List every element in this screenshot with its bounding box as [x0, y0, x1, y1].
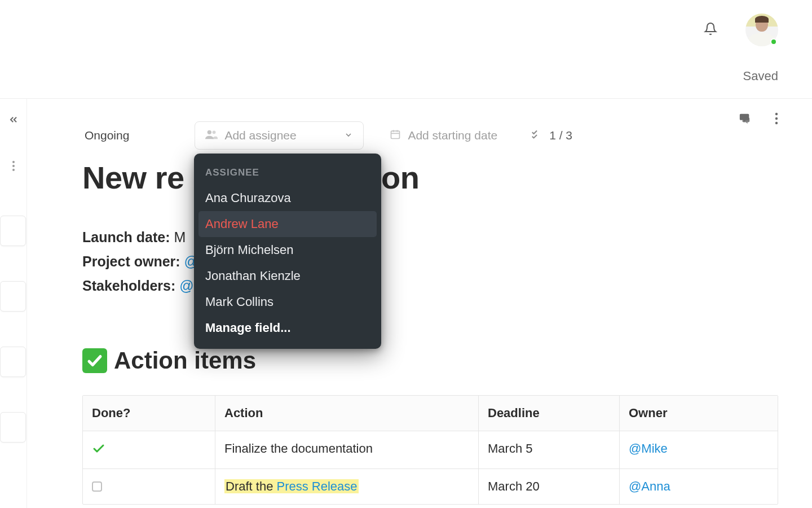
notification-bell-icon[interactable] — [704, 22, 717, 38]
cell-done[interactable] — [83, 469, 215, 504]
svg-point-3 — [208, 130, 211, 134]
online-status-dot — [770, 38, 777, 45]
cell-action[interactable]: Finalize the documentation — [215, 431, 479, 468]
assignee-placeholder: Add assignee — [224, 129, 296, 142]
table-row: Finalize the documentation March 5 @Mike — [83, 431, 778, 469]
people-icon — [205, 129, 218, 142]
column-header-done[interactable]: Done? — [83, 396, 215, 431]
cell-done[interactable] — [83, 431, 215, 468]
assignee-dropdown: ASSIGNEE Ana Churazova Andrew Lane Björn… — [194, 154, 381, 349]
calendar-icon — [390, 129, 401, 143]
checklist-progress[interactable]: 1 / 3 — [531, 129, 572, 142]
document-meta-row: Ongoing Add assignee — [85, 121, 778, 150]
action-link[interactable]: Press Release — [276, 479, 357, 493]
assignee-option[interactable]: Björn Michelsen — [198, 237, 377, 263]
section-heading-text: Action items — [114, 347, 256, 374]
sidebar-page-thumbnails — [0, 216, 26, 443]
stakeholders-label: Stakeholders: — [82, 278, 175, 294]
cell-deadline[interactable]: March 5 — [479, 431, 620, 468]
svg-rect-5 — [391, 131, 400, 138]
chevron-down-icon — [344, 129, 353, 142]
stakeholders-mention[interactable]: @ — [179, 278, 193, 294]
assignee-field[interactable]: Add assignee — [195, 121, 364, 150]
cell-owner[interactable]: @Anna — [620, 469, 778, 504]
date-placeholder: Add starting date — [408, 129, 497, 142]
svg-point-8 — [775, 122, 778, 124]
column-header-deadline[interactable]: Deadline — [479, 396, 620, 431]
cell-deadline[interactable]: March 20 — [479, 469, 620, 504]
svg-point-0 — [12, 161, 15, 163]
checkbox-empty-icon[interactable] — [92, 481, 102, 492]
collapse-sidebar-button[interactable] — [8, 114, 19, 128]
top-bar — [0, 0, 812, 59]
user-avatar[interactable] — [745, 14, 778, 46]
assignee-option[interactable]: Mark Collins — [198, 289, 377, 315]
page-thumbnail[interactable] — [0, 216, 26, 246]
assignee-option[interactable]: Jonathan Kienzle — [198, 263, 377, 289]
manage-field-option[interactable]: Manage field... — [198, 315, 377, 341]
checkmark-icon — [92, 441, 105, 458]
document-details: Launch date: M Project owner: @ Stakehol… — [82, 229, 198, 294]
owner-mention[interactable]: @Anna — [629, 479, 670, 493]
more-options-icon[interactable] — [12, 160, 15, 174]
stakeholders-line[interactable]: Stakeholders: @ — [82, 278, 198, 294]
action-prefix: Draft the — [226, 479, 276, 493]
launch-date-label: Launch date: — [82, 229, 170, 245]
table-row: Draft the Press Release March 20 @Anna — [83, 469, 778, 504]
save-status: Saved — [743, 69, 778, 84]
page-thumbnail[interactable] — [0, 347, 26, 377]
launch-date-line[interactable]: Launch date: M — [82, 229, 198, 246]
page-thumbnail[interactable] — [0, 281, 26, 312]
svg-point-7 — [775, 117, 778, 120]
starting-date-field[interactable]: Add starting date — [390, 129, 497, 143]
project-owner-line[interactable]: Project owner: @ — [82, 253, 198, 270]
divider — [0, 98, 812, 99]
assignee-option[interactable]: Andrew Lane — [198, 211, 377, 237]
comments-icon[interactable] — [739, 112, 751, 127]
dropdown-header: ASSIGNEE — [198, 164, 377, 185]
launch-date-value: M — [174, 229, 186, 245]
owner-mention[interactable]: @Mike — [629, 441, 668, 456]
svg-point-6 — [775, 113, 778, 115]
svg-point-1 — [12, 165, 15, 167]
assignee-option[interactable]: Ana Churazova — [198, 185, 377, 211]
svg-point-2 — [12, 169, 15, 171]
action-items-heading[interactable]: Action items — [82, 347, 256, 374]
column-header-action[interactable]: Action — [215, 396, 479, 431]
status-label[interactable]: Ongoing — [85, 129, 129, 142]
action-items-table: Done? Action Deadline Owner Finalize the… — [82, 395, 778, 505]
more-options-icon[interactable] — [775, 112, 778, 127]
table-header-row: Done? Action Deadline Owner — [83, 396, 778, 431]
checklist-count: 1 / 3 — [549, 129, 572, 142]
page-thumbnail[interactable] — [0, 412, 26, 443]
svg-point-4 — [213, 130, 216, 134]
check-emoji-icon — [82, 348, 107, 373]
checklist-icon — [531, 129, 544, 142]
highlight-span: Draft the Press Release — [224, 479, 359, 493]
document-action-icons — [739, 112, 778, 127]
cell-owner[interactable]: @Mike — [620, 431, 778, 468]
column-header-owner[interactable]: Owner — [620, 396, 778, 431]
cell-action[interactable]: Draft the Press Release — [215, 469, 479, 504]
project-owner-label: Project owner: — [82, 253, 180, 269]
